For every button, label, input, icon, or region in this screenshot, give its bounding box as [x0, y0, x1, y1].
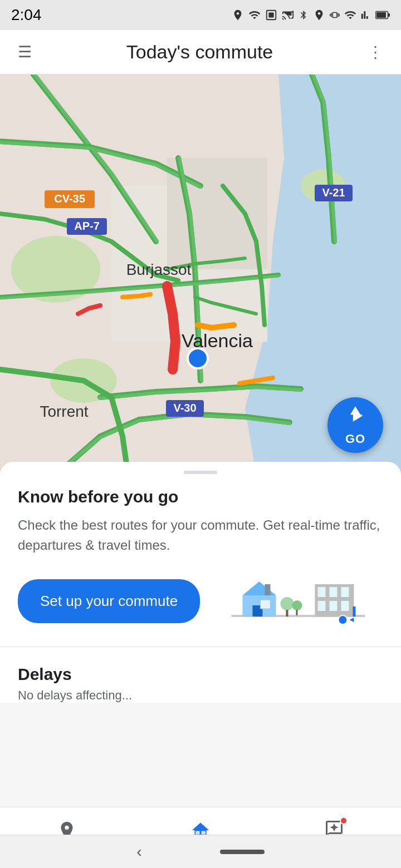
- delays-section: Delays No delays affecting...: [0, 647, 401, 703]
- commute-illustration: [213, 573, 383, 629]
- commute-illustration-svg: [213, 573, 383, 629]
- svg-marker-31: [243, 581, 276, 595]
- go-button[interactable]: GO: [327, 397, 383, 453]
- svg-rect-32: [265, 584, 271, 595]
- android-nav-bar: ‹: [0, 835, 401, 868]
- bottom-sheet: Know before you go Check the best routes…: [0, 462, 401, 703]
- svg-point-26: [188, 348, 208, 368]
- go-arrow-icon: [344, 405, 366, 431]
- svg-rect-40: [318, 587, 326, 597]
- android-back-button[interactable]: ‹: [136, 843, 141, 861]
- svg-text:V-30: V-30: [173, 402, 196, 414]
- svg-text:Burjassot: Burjassot: [126, 261, 192, 278]
- sheet-handle: [184, 471, 217, 474]
- android-home-indicator[interactable]: [220, 850, 265, 854]
- page-title: Today's commute: [126, 41, 273, 63]
- setup-commute-button[interactable]: Set up your commute: [18, 579, 200, 623]
- svg-rect-50: [195, 831, 200, 835]
- bluetooth-icon: [299, 9, 309, 21]
- svg-rect-51: [202, 831, 206, 835]
- vibrate-icon: [330, 9, 340, 21]
- status-icons: [232, 9, 390, 21]
- svg-rect-34: [261, 600, 271, 609]
- cast-icon: [282, 9, 294, 21]
- svg-point-47: [339, 615, 348, 624]
- svg-rect-46: [353, 606, 356, 617]
- svg-marker-48: [350, 618, 354, 622]
- top-bar: ☰ Today's commute ⋮: [0, 30, 401, 75]
- notification-badge: [340, 817, 348, 825]
- svg-rect-43: [318, 601, 326, 611]
- svg-text:Torrent: Torrent: [40, 403, 88, 420]
- location-icon: [232, 9, 244, 21]
- status-bar: 2:04: [0, 0, 401, 30]
- svg-rect-1: [268, 12, 273, 17]
- wifi-icon: [344, 9, 356, 21]
- know-before-description: Check the best routes for your commute. …: [18, 515, 383, 555]
- delays-title: Delays: [18, 665, 383, 684]
- status-time: 2:04: [11, 6, 42, 24]
- svg-text:CV-35: CV-35: [54, 193, 85, 205]
- svg-point-35: [281, 597, 294, 610]
- signal-icon: [248, 9, 261, 21]
- sheet-content: Know before you go Check the best routes…: [0, 487, 401, 647]
- svg-rect-4: [376, 12, 386, 18]
- battery-icon: [375, 9, 390, 21]
- svg-rect-45: [341, 601, 349, 611]
- commute-setup-row: Set up your commute: [18, 573, 383, 629]
- screenshot-icon: [265, 9, 277, 21]
- know-before-title: Know before you go: [18, 487, 383, 506]
- svg-text:AP-7: AP-7: [74, 220, 100, 232]
- svg-rect-38: [296, 610, 298, 615]
- delays-subtitle: No delays affecting...: [18, 688, 383, 703]
- more-options-icon[interactable]: ⋮: [363, 38, 388, 66]
- signal2-icon: [361, 9, 371, 21]
- svg-rect-44: [330, 601, 338, 611]
- svg-rect-36: [286, 610, 288, 617]
- svg-rect-3: [388, 13, 390, 17]
- menu-icon[interactable]: ☰: [13, 38, 36, 66]
- svg-rect-41: [330, 587, 338, 597]
- map-area[interactable]: CV-35 AP-7 V-21 V-30 AP-7 V-31 Burjassot: [0, 75, 401, 475]
- go-label: GO: [345, 432, 365, 446]
- location2-icon: [313, 9, 325, 21]
- svg-text:V-21: V-21: [322, 186, 345, 199]
- svg-point-37: [292, 600, 302, 610]
- svg-text:Valencia: Valencia: [182, 330, 253, 351]
- svg-rect-42: [341, 587, 349, 597]
